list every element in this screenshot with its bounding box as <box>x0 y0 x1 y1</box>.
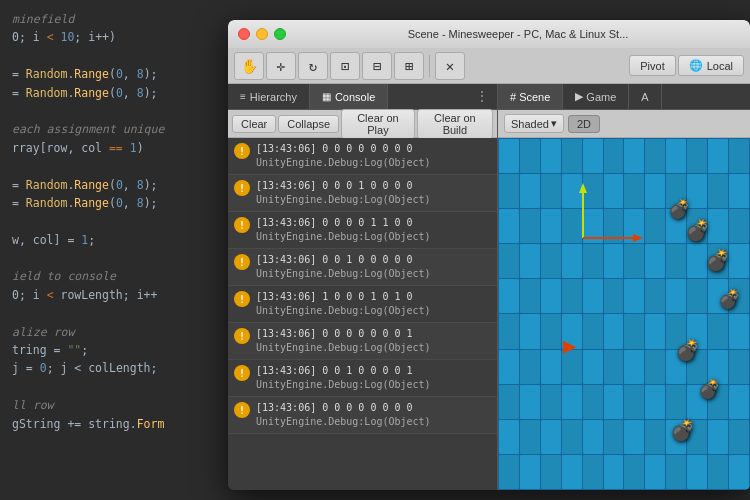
mine-cell <box>499 385 519 419</box>
mine-cell <box>604 455 624 489</box>
tab-asset[interactable]: A <box>629 84 661 109</box>
code-line: alize row <box>12 323 228 341</box>
mine-cell <box>624 139 644 173</box>
code-line: 0; i < 10; i++) <box>12 28 228 46</box>
console-log-text: [13:43:06] 1 0 0 0 1 0 1 0UnityEngine.De… <box>256 290 431 318</box>
mine-sprite-6: 💣 <box>698 378 720 399</box>
tab-game[interactable]: ▶ Game <box>563 84 629 109</box>
clear-button[interactable]: Clear <box>232 115 276 133</box>
scale-tool-button[interactable]: ⊡ <box>330 52 360 80</box>
mine-cell <box>666 455 686 489</box>
move-tool-button[interactable]: ✛ <box>266 52 296 80</box>
code-line <box>12 378 228 396</box>
console-entry[interactable]: ![13:43:06] 0 0 0 0 0 0 0 0UnityEngine.D… <box>228 138 497 175</box>
code-line: = Random.Range(0, 8); <box>12 194 228 212</box>
pivot-button[interactable]: Pivot <box>629 55 675 76</box>
mine-cell <box>729 455 749 489</box>
console-entry[interactable]: ![13:43:06] 1 0 0 0 1 0 1 0UnityEngine.D… <box>228 286 497 323</box>
minimize-button[interactable] <box>256 28 268 40</box>
mine-cell <box>624 314 644 348</box>
mine-cell <box>604 139 624 173</box>
chevron-down-icon: ▾ <box>551 117 557 130</box>
console-log-text: [13:43:06] 0 0 0 1 0 0 0 0UnityEngine.De… <box>256 179 431 207</box>
code-line: w, col] = 1; <box>12 231 228 249</box>
mine-sprite-4: 💣 <box>668 198 690 219</box>
console-entry[interactable]: ![13:43:06] 0 0 0 0 0 0 0 1UnityEngine.D… <box>228 323 497 360</box>
panel-tab-options[interactable]: ⋮ <box>467 84 497 109</box>
code-line: 0; i < rowLength; i++ <box>12 286 228 304</box>
console-entry[interactable]: ![13:43:06] 0 0 1 0 0 0 0 1UnityEngine.D… <box>228 360 497 397</box>
warning-icon: ! <box>234 365 250 381</box>
title-bar: Scene - Minesweeper - PC, Mac & Linux St… <box>228 20 750 48</box>
mine-cell <box>645 455 665 489</box>
tab-console[interactable]: ▦ Console <box>310 84 388 109</box>
mine-cell <box>583 314 603 348</box>
clear-on-play-button[interactable]: Clear on Play <box>341 109 415 139</box>
console-entry[interactable]: ![13:43:06] 0 0 1 0 0 0 0 0UnityEngine.D… <box>228 249 497 286</box>
code-line <box>12 249 228 267</box>
mine-cell <box>562 385 582 419</box>
hand-tool-button[interactable]: ✋ <box>234 52 264 80</box>
maximize-button[interactable] <box>274 28 286 40</box>
rotate-tool-button[interactable]: ↻ <box>298 52 328 80</box>
code-line <box>12 47 228 65</box>
mine-cell <box>520 350 540 384</box>
hierarchy-icon: ≡ <box>240 91 246 102</box>
code-line: ield to console <box>12 267 228 285</box>
mine-cell <box>645 420 665 454</box>
mine-cell <box>541 420 561 454</box>
mine-cell <box>499 209 519 243</box>
shading-dropdown[interactable]: Shaded ▾ <box>504 114 564 133</box>
code-line: rray[row, col == 1) <box>12 139 228 157</box>
rect-tool-button[interactable]: ⊟ <box>362 52 392 80</box>
code-editor: minefield 0; i < 10; i++) = Random.Range… <box>0 0 240 500</box>
mine-cell <box>520 244 540 278</box>
code-line: = Random.Range(0, 8); <box>12 84 228 102</box>
console-icon: ▦ <box>322 91 331 102</box>
mine-cell <box>520 209 540 243</box>
console-entry[interactable]: ![13:43:06] 0 0 0 0 0 0 0 0UnityEngine.D… <box>228 397 497 434</box>
mine-cell <box>729 139 749 173</box>
warning-icon: ! <box>234 254 250 270</box>
mine-sprite-3: 💣 <box>718 288 740 309</box>
tab-hierarchy[interactable]: ≡ Hierarchy <box>228 84 310 109</box>
2d-button[interactable]: 2D <box>568 115 600 133</box>
tab-scene[interactable]: # Scene <box>498 84 563 109</box>
mine-cell <box>624 279 644 313</box>
mine-cell <box>541 350 561 384</box>
mine-cell <box>645 314 665 348</box>
warning-icon: ! <box>234 180 250 196</box>
warning-icon: ! <box>234 291 250 307</box>
mine-cell <box>604 350 624 384</box>
mine-sprite-7: 💣 <box>670 418 695 442</box>
mine-cell <box>604 279 624 313</box>
local-button[interactable]: 🌐 Local <box>678 55 744 76</box>
mine-cell <box>583 350 603 384</box>
local-icon: 🌐 <box>689 59 703 72</box>
scene-toolbar: Shaded ▾ 2D <box>498 110 750 138</box>
close-button[interactable] <box>238 28 250 40</box>
mine-cell <box>624 455 644 489</box>
code-line: ll row <box>12 396 228 414</box>
console-entry[interactable]: ![13:43:06] 0 0 0 0 1 1 0 0UnityEngine.D… <box>228 212 497 249</box>
code-line <box>12 304 228 322</box>
scene-viewport[interactable]: 💣 💣 💣 💣 💣 💣 💣 ▶ <box>498 138 750 490</box>
mine-cell <box>666 139 686 173</box>
console-log-text: [13:43:06] 0 0 0 0 0 0 0 0UnityEngine.De… <box>256 401 431 429</box>
settings-tool-button[interactable]: ✕ <box>435 52 465 80</box>
transform-tool-button[interactable]: ⊞ <box>394 52 424 80</box>
mine-sprite-5: 💣 <box>675 338 700 362</box>
console-entry[interactable]: ![13:43:06] 0 0 0 1 0 0 0 0UnityEngine.D… <box>228 175 497 212</box>
console-entries[interactable]: ![13:43:06] 0 0 0 0 0 0 0 0UnityEngine.D… <box>228 138 497 490</box>
mine-cell <box>583 420 603 454</box>
mine-cell <box>708 139 728 173</box>
mine-cell <box>499 174 519 208</box>
panel-tabs: ≡ Hierarchy ▦ Console ⋮ <box>228 84 497 110</box>
code-line: minefield <box>12 10 228 28</box>
mine-cell <box>541 314 561 348</box>
code-line: each assignment unique <box>12 120 228 138</box>
mine-cell <box>687 455 707 489</box>
clear-on-build-button[interactable]: Clear on Build <box>417 109 493 139</box>
mine-cell <box>645 350 665 384</box>
collapse-button[interactable]: Collapse <box>278 115 339 133</box>
